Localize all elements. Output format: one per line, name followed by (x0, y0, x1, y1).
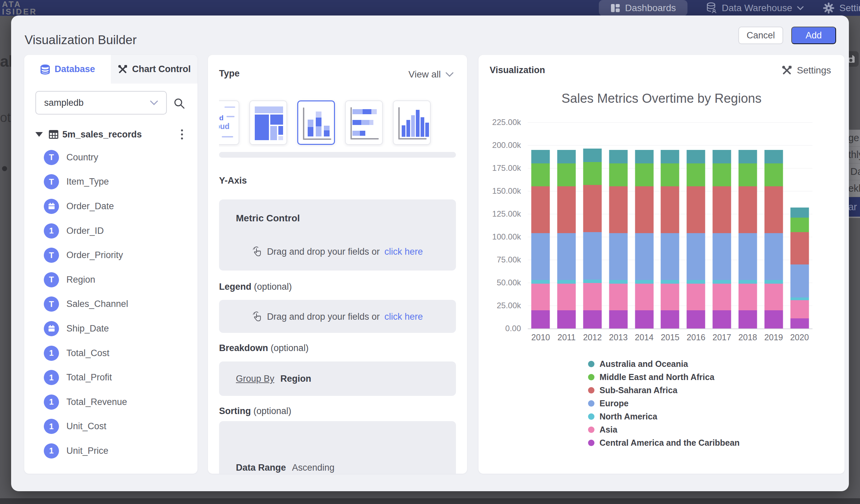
x-tick-label: 2014 (631, 332, 657, 342)
tap-hand-icon (252, 311, 262, 322)
bar-segment (609, 284, 628, 310)
table-name[interactable]: 5m_sales_records (62, 129, 142, 140)
field-item-sales_channel[interactable]: TSales_Channel (24, 292, 198, 317)
bar-segment (557, 280, 576, 284)
legend-item: Australia and Oceania (588, 360, 740, 368)
legend-color-dot (588, 387, 594, 393)
type-carousel-scrollbar[interactable] (219, 152, 456, 158)
bar-segment (713, 310, 731, 329)
kebab-menu-icon[interactable] (177, 127, 187, 142)
bar-slot (761, 122, 787, 329)
y-tick-label: 125.00k (492, 209, 521, 219)
bar-segment (764, 284, 783, 310)
nav-item-label: Dashboards (625, 3, 676, 13)
number-field-icon: 1 (44, 394, 59, 410)
tools-icon (782, 65, 792, 76)
field-item-unit_price[interactable]: 1Unit_Price (24, 438, 198, 463)
screen: ATA ISIDER Dashboards Data Warehouse (0, 0, 860, 504)
nav-item-data-warehouse[interactable]: Data Warehouse (706, 2, 804, 14)
legend-label: Australia and Oceania (600, 359, 688, 369)
text-field-icon: T (44, 174, 59, 189)
click-here-link[interactable]: click here (385, 312, 423, 322)
date-field-icon (44, 321, 59, 336)
click-here-link[interactable]: click here (385, 247, 423, 257)
cancel-button[interactable]: Cancel (739, 27, 783, 44)
legend-item: Asia (588, 426, 740, 434)
field-item-item_type[interactable]: TItem_Type (24, 170, 198, 195)
bar-segment (661, 150, 679, 164)
field-label: Country (67, 152, 98, 163)
field-item-total_profit[interactable]: 1Total_Profit (24, 365, 198, 390)
search-icon[interactable] (172, 96, 187, 111)
x-tick-label: 2017 (709, 332, 735, 342)
database-person-icon (706, 2, 717, 14)
number-field-icon: 1 (44, 346, 59, 361)
bar-slot (709, 122, 735, 329)
sorting-row-value[interactable]: Ascending (292, 463, 335, 473)
bar-segment (531, 284, 550, 310)
number-field-icon: 1 (44, 370, 59, 385)
type-option-treemap[interactable] (249, 100, 287, 145)
caret-down-icon[interactable] (35, 132, 43, 137)
add-button[interactable]: Add (791, 27, 836, 44)
field-item-region[interactable]: TRegion (24, 268, 198, 292)
legend-label: Sub-Saharan Africa (600, 385, 677, 395)
field-item-order_priority[interactable]: TOrder_Priority (24, 243, 198, 268)
group-by-label[interactable]: Group By (236, 374, 274, 384)
field-item-order_date[interactable]: Order_Date (24, 194, 198, 219)
database-select-value: sampledb (44, 98, 84, 108)
breakdown-dropzone[interactable]: Group By Region (219, 361, 456, 396)
tab-database[interactable]: Database (24, 55, 111, 84)
bar-segment (583, 279, 602, 283)
type-option-stacked-bar[interactable] (345, 100, 383, 145)
view-all-label: View all (408, 69, 441, 80)
nav-item-settings[interactable]: Settings (822, 2, 860, 14)
bar-segment (713, 186, 731, 233)
nav-item-dashboards[interactable]: Dashboards (599, 0, 687, 16)
chart-y-axis: 225.00k200.00k175.00k150.00k125.00k100.0… (478, 122, 521, 329)
tab-chart-control[interactable]: Chart Control (111, 55, 198, 84)
legend-dropzone[interactable]: Drag and drop your fields or click here (219, 300, 456, 333)
settings-button[interactable]: Settings (782, 65, 831, 76)
bar-segment (790, 218, 809, 232)
legend-label: North America (600, 412, 657, 421)
group-by-value[interactable]: Region (281, 374, 311, 384)
chevron-down-icon (150, 100, 158, 105)
sorting-row-label[interactable]: Data Range (236, 463, 286, 473)
y-tick-label: 200.00k (492, 141, 521, 150)
type-option-column[interactable] (393, 100, 431, 145)
metric-control-dropzone[interactable]: Metric Control Drag and drop your fields… (219, 199, 456, 271)
field-item-unit_cost[interactable]: 1Unit_Cost (24, 414, 198, 439)
metric-control-title: Metric Control (236, 213, 300, 224)
bar-segment (739, 233, 757, 280)
brand-line-2: ISIDER (2, 8, 37, 15)
bar-segment (635, 163, 654, 186)
bar-segment (764, 186, 783, 233)
field-item-order_id[interactable]: 1Order_ID (24, 219, 198, 243)
background-bottom-strip (0, 498, 860, 504)
bar-segment (635, 310, 654, 329)
view-all-button[interactable]: View all (408, 69, 454, 80)
bar-segment (713, 150, 731, 164)
database-panel: Database Chart Control sampledb (24, 55, 198, 474)
bar-segment (687, 280, 705, 284)
legend-item: Central America and the Caribbean (588, 438, 740, 447)
sorting-dropzone[interactable]: Data Range Ascending (219, 421, 456, 474)
field-item-ship_date[interactable]: Ship_Date (24, 316, 198, 341)
field-item-country[interactable]: TCountry (24, 145, 198, 170)
word-cloud-word: Word (219, 114, 224, 122)
bar-slot (787, 122, 813, 329)
bar-segment (687, 163, 705, 186)
background-bullet (2, 166, 7, 171)
type-option-stacked-column[interactable] (297, 100, 335, 145)
bar-segment (609, 163, 628, 186)
bar-segment (764, 163, 783, 186)
drop-hint-text: Drag and drop your fields or (267, 247, 380, 257)
bar-slot (528, 122, 554, 329)
field-item-total_cost[interactable]: 1Total_Cost (24, 341, 198, 365)
field-item-total_revenue[interactable]: 1Total_Revenue (24, 390, 198, 414)
database-select[interactable]: sampledb (35, 91, 167, 115)
type-option-word-cloud[interactable]: Word Cloud (219, 100, 239, 145)
top-nav-bar: ATA ISIDER Dashboards Data Warehouse (0, 0, 860, 16)
optional-suffix: (optional) (254, 406, 291, 416)
